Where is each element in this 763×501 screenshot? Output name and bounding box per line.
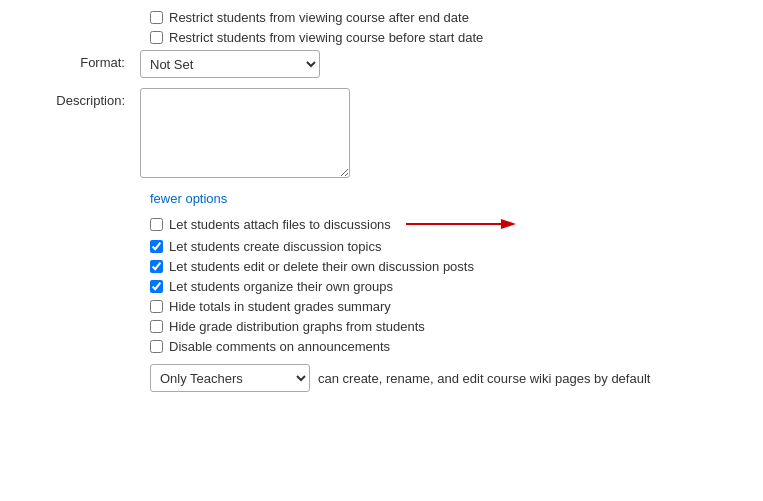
svg-marker-1	[501, 219, 516, 229]
checkbox-row-hide_graphs: Hide grade distribution graphs from stud…	[20, 319, 743, 334]
checkbox-disable_comments[interactable]	[150, 340, 163, 353]
description-row: Description:	[20, 88, 743, 181]
checkbox-row-restrict_before: Restrict students from viewing course be…	[20, 30, 743, 45]
fewer-options-link[interactable]: fewer options	[20, 191, 227, 206]
checkbox-edit_posts[interactable]	[150, 260, 163, 273]
checkbox-row-organize_groups: Let students organize their own groups	[20, 279, 743, 294]
wiki-row: Only Teachers can create, rename, and ed…	[20, 364, 743, 392]
checkbox-row-create_topics: Let students create discussion topics	[20, 239, 743, 254]
red-arrow-icon	[401, 214, 521, 234]
label-organize_groups: Let students organize their own groups	[169, 279, 393, 294]
label-restrict_before: Restrict students from viewing course be…	[169, 30, 483, 45]
wiki-text: can create, rename, and edit course wiki…	[318, 371, 650, 386]
checkbox-row-hide_totals: Hide totals in student grades summary	[20, 299, 743, 314]
description-label: Description:	[20, 88, 140, 108]
format-select[interactable]: Not Set	[140, 50, 320, 78]
checkbox-restrict_before[interactable]	[150, 31, 163, 44]
format-row: Format: Not Set	[20, 50, 743, 78]
checkbox-organize_groups[interactable]	[150, 280, 163, 293]
label-attach_files: Let students attach files to discussions	[169, 217, 391, 232]
checkbox-row-restrict_after: Restrict students from viewing course af…	[20, 10, 743, 25]
checkbox-hide_graphs[interactable]	[150, 320, 163, 333]
label-create_topics: Let students create discussion topics	[169, 239, 381, 254]
checkbox-row-edit_posts: Let students edit or delete their own di…	[20, 259, 743, 274]
description-control	[140, 88, 743, 181]
label-hide_graphs: Hide grade distribution graphs from stud…	[169, 319, 425, 334]
checkbox-create_topics[interactable]	[150, 240, 163, 253]
checkbox-hide_totals[interactable]	[150, 300, 163, 313]
label-disable_comments: Disable comments on announcements	[169, 339, 390, 354]
description-textarea[interactable]	[140, 88, 350, 178]
wiki-select[interactable]: Only Teachers	[150, 364, 310, 392]
format-control: Not Set	[140, 50, 743, 78]
label-hide_totals: Hide totals in student grades summary	[169, 299, 391, 314]
format-label: Format:	[20, 50, 140, 70]
checkbox-row-disable_comments: Disable comments on announcements	[20, 339, 743, 354]
label-edit_posts: Let students edit or delete their own di…	[169, 259, 474, 274]
checkbox-restrict_after[interactable]	[150, 11, 163, 24]
checkbox-row-attach_files: Let students attach files to discussions	[20, 214, 743, 234]
checkbox-attach_files[interactable]	[150, 218, 163, 231]
label-restrict_after: Restrict students from viewing course af…	[169, 10, 469, 25]
